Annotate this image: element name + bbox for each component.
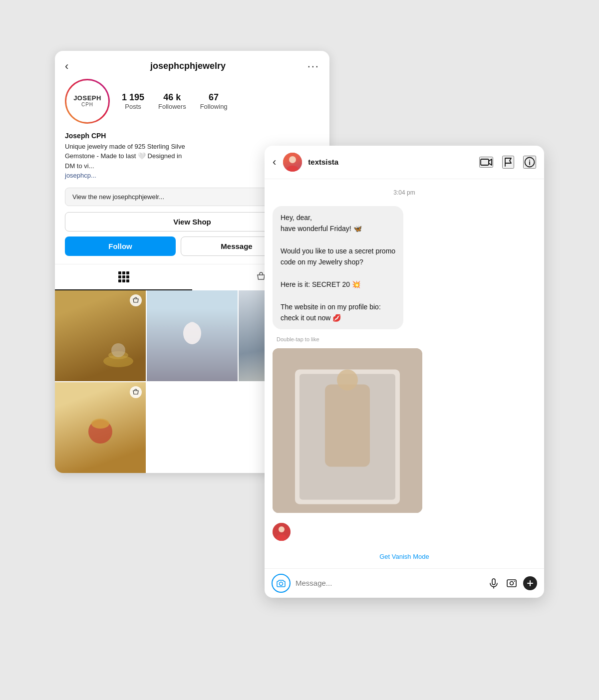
chat-card: ‹ textsista [265,146,544,598]
chat-body: 3:04 pm Hey, dear, have wonderful Friday… [265,179,544,568]
photo-button[interactable] [505,578,518,589]
post-4[interactable] [55,382,146,473]
follow-button[interactable]: Follow [65,236,176,256]
avatar-spacer [273,519,536,543]
message-bubble[interactable]: Hey, dear, have wonderful Friday! 🦋 Woul… [273,206,403,330]
followers-stat[interactable]: 46 k Followers [158,92,186,110]
svg-point-25 [510,581,514,585]
bio-name: Joseph CPH [65,132,319,140]
post-2[interactable] [147,290,238,381]
avatar-text: JOSEPH CPH [73,95,101,107]
chat-header-icons [479,156,536,169]
shop-badge-1 [130,294,142,306]
message-input[interactable] [296,579,482,587]
chat-image-bubble[interactable] [273,348,422,512]
posts-count: 1 195 [122,92,144,103]
followers-label: Followers [158,103,186,110]
svg-point-4 [188,322,196,330]
chat-avatar [283,153,302,172]
post-1[interactable] [55,290,146,381]
brand-sub: CPH [81,102,93,107]
svg-rect-15 [325,385,370,467]
svg-point-16 [337,370,358,391]
chat-username: textsista [308,158,473,166]
svg-point-6 [91,419,109,429]
video-call-button[interactable] [479,157,493,168]
svg-point-19 [279,526,285,532]
profile-username: josephcphjewelry [150,61,226,71]
profile-header: ‹ josephcphjewelry ··· [55,51,329,79]
info-button[interactable] [523,156,536,169]
back-button[interactable]: ‹ [65,60,68,73]
chat-image-placeholder [273,348,422,512]
following-label: Following [200,103,228,110]
svg-point-7 [289,156,296,163]
camera-button[interactable] [272,574,291,593]
stats-row: 1 195 Posts 46 k Followers 67 Following [122,92,319,110]
chat-timestamp: 3:04 pm [273,189,536,196]
bio-link[interactable]: josephcp... [65,172,96,179]
vanish-mode-link[interactable]: Get Vanish Mode [273,549,536,568]
message-text: Hey, dear, have wonderful Friday! 🦋 Woul… [281,214,395,322]
chat-avatar-figure [283,153,302,172]
svg-point-11 [529,160,530,161]
more-options-button[interactable]: ··· [307,60,319,73]
chat-header: ‹ textsista [265,146,544,179]
followers-count: 46 k [163,92,181,103]
posts-label: Posts [125,103,141,110]
grid-icon [118,271,129,282]
svg-point-21 [280,582,283,585]
following-stat[interactable]: 67 Following [200,92,228,110]
flag-button[interactable] [502,156,514,169]
svg-rect-9 [481,159,489,165]
double-tap-hint: Double-tap to like [277,336,536,342]
mic-button[interactable] [487,578,500,589]
brand-name: JOSEPH [73,95,101,102]
avatar-inner: JOSEPH CPH [66,80,108,122]
svg-point-26 [514,581,515,582]
following-count: 67 [209,92,219,103]
chat-input-bar [265,568,544,598]
chat-back-button[interactable]: ‹ [273,156,276,169]
posts-stat[interactable]: 1 195 Posts [122,92,144,110]
tab-grid[interactable] [55,264,192,290]
svg-point-2 [111,343,125,357]
svg-rect-22 [492,579,495,585]
svg-point-8 [287,166,299,172]
avatar: JOSEPH CPH [65,79,110,124]
shop-badge-4 [130,386,142,398]
plus-button[interactable] [523,576,537,590]
profile-info: JOSEPH CPH 1 195 Posts 46 k Followers 67… [55,79,329,132]
